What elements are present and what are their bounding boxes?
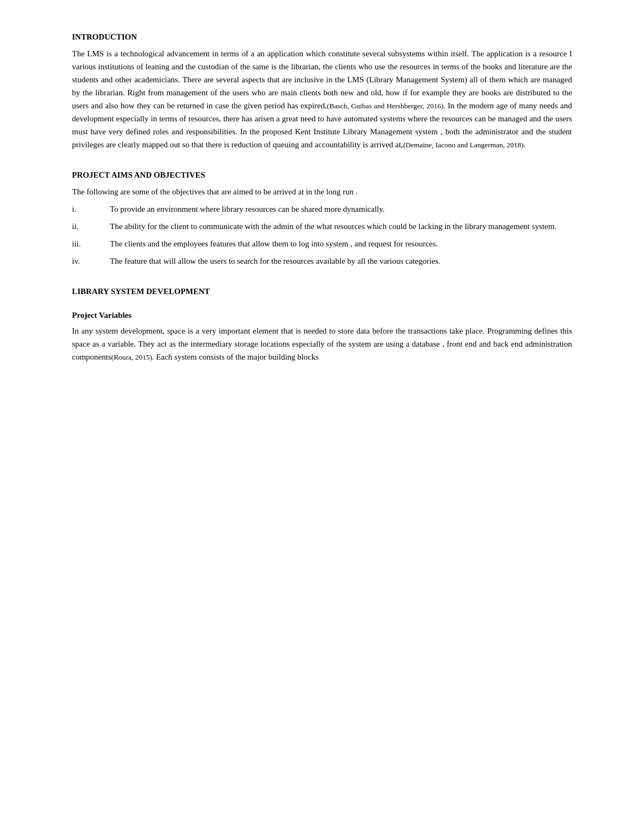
page: INTRODUCTION The LMS is a technological … [0, 0, 644, 834]
list-text-4: The feature that will allow the users to… [110, 255, 572, 268]
aims-intro: The following are some of the objectives… [72, 185, 572, 198]
list-text-3: The clients and the employees features t… [110, 237, 572, 250]
intro-cite2: (Demaine, Iacono and Langerman, 2018). [403, 141, 525, 149]
list-item: i. To provide an environment where libra… [72, 203, 572, 216]
list-num-1: i. [72, 203, 110, 216]
libsys-title: LIBRARY SYSTEM DEVELOPMENT [72, 287, 572, 296]
libsys-section: LIBRARY SYSTEM DEVELOPMENT Project Varia… [72, 287, 572, 363]
list-item: iii. The clients and the employees featu… [72, 237, 572, 250]
libsys-subtitle: Project Variables [72, 311, 572, 320]
aims-section: PROJECT AIMS AND OBJECTIVES The followin… [72, 171, 572, 268]
list-text-2: The ability for the client to communicat… [110, 220, 572, 233]
list-num-2: ii. [72, 220, 110, 233]
list-item: ii. The ability for the client to commun… [72, 220, 572, 233]
intro-cite1: (Basch, Guibas and Hershberger, 2016). [327, 102, 445, 110]
list-text-1: To provide an environment where library … [110, 203, 572, 216]
libsys-cite: (Roura, 2015). [111, 353, 154, 361]
aims-list-section: The following are some of the objectives… [72, 185, 572, 268]
list-num-4: iv. [72, 255, 110, 268]
aims-title: PROJECT AIMS AND OBJECTIVES [72, 171, 572, 180]
libsys-paragraph: In any system development, space is a ve… [72, 324, 572, 363]
introduction-title: INTRODUCTION [72, 32, 572, 42]
introduction-section: INTRODUCTION The LMS is a technological … [72, 32, 572, 151]
list-num-3: iii. [72, 237, 110, 250]
list-item: iv. The feature that will allow the user… [72, 255, 572, 268]
libsys-text-2: Each system consists of the major buildi… [154, 353, 319, 361]
introduction-paragraph: The LMS is a technological advancement i… [72, 47, 572, 151]
